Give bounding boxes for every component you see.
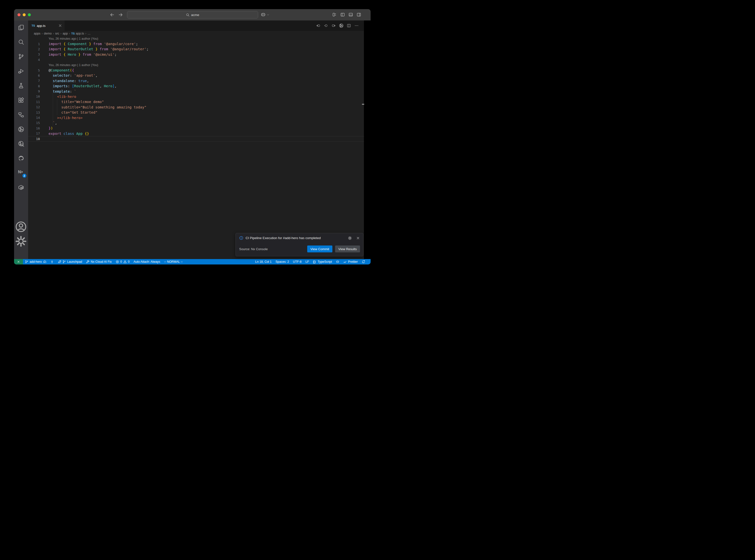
breadcrumb-item-[interactable]: … bbox=[87, 32, 91, 35]
command-center-text: acme bbox=[191, 13, 199, 17]
activity-bar-item-project-structure[interactable] bbox=[15, 109, 27, 121]
label: Ln 18, Col 1 bbox=[255, 260, 272, 263]
code-line-1: 1import { Component } from '@angular/cor… bbox=[28, 41, 371, 46]
gitlens-inspect-icon bbox=[18, 141, 24, 147]
line-number: 17 bbox=[28, 132, 40, 135]
project-structure-icon bbox=[18, 112, 24, 118]
navigate-forward-icon[interactable] bbox=[118, 12, 123, 17]
branch-icon bbox=[25, 260, 28, 263]
breadcrumb-separator: › bbox=[85, 32, 86, 35]
status-cursor-position[interactable]: Ln 18, Col 1 bbox=[253, 259, 274, 264]
accounts-icon bbox=[15, 221, 27, 233]
nav-edit-back-icon[interactable] bbox=[316, 23, 320, 28]
label: TypeScript bbox=[318, 260, 332, 263]
code-text: }) bbox=[48, 126, 53, 130]
bellDot-icon bbox=[362, 260, 365, 263]
more-actions-icon[interactable] bbox=[354, 23, 359, 28]
line-number: 18 bbox=[28, 137, 40, 141]
status-formatter-prettier[interactable]: Prettier bbox=[341, 259, 360, 264]
customize-layout-icon[interactable] bbox=[332, 12, 337, 17]
code-text: imports: [RouterOutlet, Hero], bbox=[48, 84, 117, 88]
command-center-search[interactable]: acme bbox=[127, 11, 258, 19]
status-vim-mode[interactable]: -- NORMAL -- bbox=[162, 259, 185, 264]
status-indentation[interactable]: Spaces: 2 bbox=[274, 259, 291, 264]
view-results-button[interactable]: View Results bbox=[335, 245, 360, 253]
screen: acme N>2 TS bbox=[0, 0, 378, 280]
status-problems[interactable]: 00 bbox=[114, 259, 132, 264]
breadcrumb-item-apps[interactable]: apps bbox=[34, 32, 40, 35]
status-encoding[interactable]: UTF-8 bbox=[291, 259, 303, 264]
tab-label: app.ts bbox=[37, 24, 45, 27]
status-git-branch[interactable]: add-hero bbox=[23, 259, 48, 264]
activity-bar-item-commit-graph[interactable] bbox=[15, 123, 27, 135]
code-text: export class App {} bbox=[48, 132, 89, 136]
activity-bar-item-search[interactable] bbox=[15, 36, 27, 48]
breadcrumb-item-appts[interactable]: TSapp.ts bbox=[71, 32, 84, 35]
activity-bar-item-source-control[interactable] bbox=[15, 51, 27, 62]
maximize-window-button[interactable] bbox=[28, 13, 31, 16]
line-number: 6 bbox=[28, 74, 40, 77]
code-line-5: 5@Component({ bbox=[28, 67, 371, 73]
status-nx-cloud-ai-fix[interactable]: Nx Cloud AI Fix bbox=[84, 259, 114, 264]
breadcrumb-separator: › bbox=[42, 32, 43, 35]
activity-bar-item-extensions[interactable] bbox=[15, 94, 27, 106]
source-control-icon bbox=[18, 54, 24, 60]
navigate-back-icon[interactable] bbox=[110, 12, 115, 17]
toggle-primary-sidebar-icon[interactable] bbox=[340, 12, 345, 17]
code-line-16: 16}) bbox=[28, 126, 371, 131]
tab-app-ts[interactable]: TS app.ts bbox=[28, 20, 65, 31]
copilot-icon bbox=[261, 12, 266, 17]
code-line-9: 9 template: ` bbox=[28, 89, 371, 94]
nav-edit-forward-icon[interactable] bbox=[331, 23, 336, 28]
activity-bar-item-testing[interactable] bbox=[15, 80, 27, 92]
typescript-file-icon: TS bbox=[32, 24, 35, 27]
copilot-menu[interactable] bbox=[261, 12, 270, 17]
status-notifications-bell[interactable] bbox=[360, 259, 367, 264]
code-text: @Component({ bbox=[48, 68, 74, 72]
breadcrumb-item-app[interactable]: app bbox=[63, 32, 68, 35]
nav-edit-current-icon[interactable] bbox=[324, 23, 328, 28]
activity-bar-item-gitlens-inspect[interactable] bbox=[15, 138, 27, 149]
cloudUp-icon bbox=[43, 260, 46, 263]
toggle-panel-icon[interactable] bbox=[349, 12, 353, 17]
activity-bar-item-settings[interactable] bbox=[15, 235, 27, 247]
toggle-secondary-sidebar-icon[interactable] bbox=[357, 12, 361, 17]
status-gitlens-launchpad[interactable]: Launchpad bbox=[56, 259, 84, 264]
split-editor-icon[interactable] bbox=[347, 23, 351, 28]
label: Launchpad bbox=[67, 260, 82, 263]
settings-icon bbox=[15, 235, 27, 247]
rocket-icon bbox=[58, 260, 61, 263]
status-language-mode[interactable]: {}TypeScript bbox=[311, 259, 334, 264]
label: add-hero bbox=[29, 260, 42, 263]
close-window-button[interactable] bbox=[18, 13, 20, 16]
commit-graph-icon[interactable] bbox=[339, 23, 343, 28]
activity-bar-item-nx-console[interactable]: N>2 bbox=[15, 167, 27, 179]
typescript-file-icon: TS bbox=[71, 32, 75, 35]
activity-bar-item-containers[interactable] bbox=[15, 181, 27, 193]
status-git-commit[interactable] bbox=[48, 259, 56, 264]
close-tab-icon[interactable] bbox=[58, 24, 62, 27]
view-commit-button[interactable]: View Commit bbox=[307, 245, 332, 253]
notification-close-icon[interactable] bbox=[356, 236, 360, 240]
minimize-window-button[interactable] bbox=[23, 13, 26, 16]
activity-bar-item-accounts[interactable] bbox=[15, 221, 27, 233]
status-copilot-status[interactable] bbox=[334, 259, 341, 264]
code-area[interactable]: You, 26 minutes ago | 1 author (You)1imp… bbox=[28, 36, 371, 259]
line-number: 13 bbox=[28, 111, 40, 114]
line-number: 7 bbox=[28, 79, 40, 83]
label: Auto Attach: Always bbox=[134, 260, 160, 263]
commit-icon bbox=[50, 260, 54, 263]
breadcrumb-item-demo[interactable]: demo bbox=[44, 32, 52, 35]
status-auto-attach[interactable]: Auto Attach: Always bbox=[132, 259, 162, 264]
activity-bar-item-explorer[interactable] bbox=[15, 21, 27, 33]
editor-scrollbar-gutter[interactable] bbox=[364, 20, 371, 259]
status-eol[interactable]: LF bbox=[303, 259, 311, 264]
status-remote-indicator[interactable] bbox=[14, 259, 23, 264]
line-number: 3 bbox=[28, 53, 40, 56]
breadcrumb-item-src[interactable]: src bbox=[55, 32, 59, 35]
activity-bar-item-edge-tools[interactable] bbox=[15, 152, 27, 164]
activity-bar-item-run-and-debug[interactable] bbox=[15, 65, 27, 77]
code-line-10: 10 <lib-hero bbox=[28, 94, 371, 99]
code-line-7: 7 standalone: true, bbox=[28, 78, 371, 83]
notification-settings-icon[interactable] bbox=[348, 236, 352, 240]
